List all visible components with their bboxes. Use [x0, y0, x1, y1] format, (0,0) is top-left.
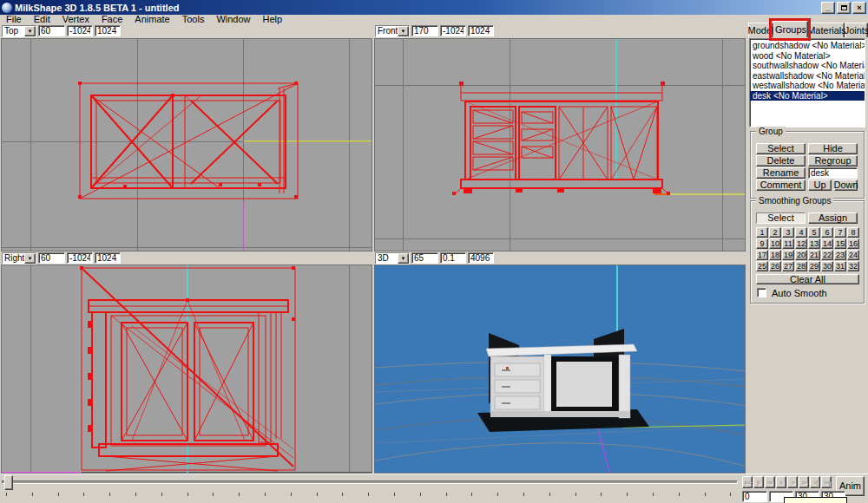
persp-viewport-canvas[interactable]: [374, 265, 746, 474]
smoothing-group-button[interactable]: 24: [847, 250, 859, 260]
smoothing-group-button[interactable]: 6: [821, 227, 833, 238]
top-near-field[interactable]: [67, 25, 93, 36]
chevron-down-icon[interactable]: ▼: [398, 253, 409, 264]
top-view-mode-dropdown[interactable]: Top ▼: [2, 25, 36, 37]
smoothing-group-button[interactable]: 1: [756, 227, 768, 238]
persp-view-mode-dropdown[interactable]: 3D ▼: [375, 252, 410, 265]
top-zoom-field[interactable]: [38, 25, 65, 36]
front-near-field[interactable]: [440, 25, 466, 36]
chevron-down-icon[interactable]: ▼: [398, 26, 409, 36]
smoothing-group-button[interactable]: 30: [821, 261, 833, 271]
restore-button[interactable]: [837, 2, 851, 14]
smoothing-group-button[interactable]: 28: [795, 261, 807, 271]
list-item[interactable]: westwallshadow <No Material>: [750, 81, 865, 91]
right-view-mode-dropdown[interactable]: Right ▼: [2, 252, 36, 265]
rename-input[interactable]: [808, 167, 858, 179]
right-near-field[interactable]: [67, 252, 93, 264]
tab-joints[interactable]: Joints: [845, 23, 868, 37]
tab-groups[interactable]: Groups: [773, 21, 808, 37]
smoothing-group-button[interactable]: 16: [847, 238, 859, 249]
persp-near-field[interactable]: [440, 252, 466, 264]
go-last-frame-button[interactable]: >>|: [821, 476, 832, 488]
prev-keyframe-button[interactable]: |<: [753, 476, 764, 488]
step-forward-button[interactable]: >: [787, 476, 798, 488]
top-viewport-canvas[interactable]: [1, 38, 372, 252]
right-viewport-canvas[interactable]: [1, 265, 372, 474]
right-zoom-field[interactable]: [38, 252, 65, 264]
chevron-down-icon[interactable]: ▼: [24, 253, 36, 264]
top-far-field[interactable]: [95, 25, 121, 36]
smoothing-group-button[interactable]: 29: [808, 261, 820, 271]
smoothing-group-button[interactable]: 3: [782, 227, 794, 238]
front-viewport-canvas[interactable]: [374, 38, 746, 252]
list-item[interactable]: eastwallshadow <No Material>: [750, 71, 865, 82]
delete-button[interactable]: Delete: [756, 155, 806, 167]
smoothing-group-button[interactable]: 17: [756, 250, 768, 260]
timeline-thumb[interactable]: [4, 475, 13, 490]
menu-face[interactable]: Face: [95, 15, 128, 24]
menu-file[interactable]: File: [0, 15, 28, 24]
comment-button[interactable]: Comment: [756, 180, 806, 191]
smoothing-group-button[interactable]: 20: [795, 250, 807, 260]
chevron-down-icon[interactable]: ▼: [24, 26, 36, 36]
smoothing-group-button[interactable]: 13: [808, 238, 820, 249]
smoothing-group-button[interactable]: 2: [769, 227, 781, 238]
smoothing-group-button[interactable]: 19: [782, 250, 794, 260]
smoothing-group-button[interactable]: 31: [834, 261, 846, 271]
list-item-selected[interactable]: desk <No Material>: [750, 91, 865, 101]
smoothing-group-button[interactable]: 15: [834, 238, 846, 249]
play-button[interactable]: >>: [799, 476, 809, 488]
minimize-button[interactable]: _: [821, 2, 835, 14]
select-button[interactable]: Select: [756, 143, 806, 154]
smoothing-group-button[interactable]: 4: [795, 227, 807, 238]
smoothing-group-button[interactable]: 9: [756, 238, 768, 249]
rewind-button[interactable]: <<: [765, 476, 775, 488]
smoothing-group-button[interactable]: 22: [821, 250, 833, 260]
regroup-button[interactable]: Regroup: [808, 155, 858, 167]
step-back-button[interactable]: <: [776, 476, 786, 488]
groups-listbox[interactable]: groundshadow <No Material> wood <No Mate…: [749, 38, 865, 127]
menu-tools[interactable]: Tools: [176, 15, 211, 24]
rename-button[interactable]: Rename: [756, 167, 806, 179]
list-item[interactable]: southwallshadow <No Material>: [750, 61, 865, 71]
menu-help[interactable]: Help: [257, 15, 289, 24]
smoothing-assign-button[interactable]: Assign: [808, 212, 858, 224]
smoothing-group-button[interactable]: 32: [847, 261, 859, 271]
up-button[interactable]: Up: [808, 180, 832, 191]
smoothing-group-button[interactable]: 23: [834, 250, 846, 260]
menu-window[interactable]: Window: [210, 15, 256, 24]
front-zoom-field[interactable]: [411, 25, 438, 36]
smoothing-group-button[interactable]: 10: [769, 238, 781, 249]
smoothing-group-button[interactable]: 7: [834, 227, 846, 238]
smoothing-group-button[interactable]: 8: [847, 227, 859, 238]
next-keyframe-button[interactable]: >|: [810, 476, 820, 488]
menu-edit[interactable]: Edit: [28, 15, 56, 24]
menu-vertex[interactable]: Vertex: [56, 15, 95, 24]
down-button[interactable]: Down: [834, 180, 858, 191]
smoothing-group-button[interactable]: 21: [808, 250, 820, 260]
menu-animate[interactable]: Animate: [128, 15, 175, 24]
auto-smooth-checkbox[interactable]: [757, 288, 766, 297]
timeline-track[interactable]: [2, 480, 738, 484]
tab-materials[interactable]: Materials: [809, 23, 845, 37]
persp-fov-field[interactable]: [411, 252, 438, 264]
list-item[interactable]: wood <No Material>: [750, 51, 865, 62]
clear-all-button[interactable]: Clear All: [756, 274, 859, 284]
current-frame-field[interactable]: [742, 491, 767, 502]
front-far-field[interactable]: [468, 25, 494, 36]
tab-model[interactable]: Model: [748, 23, 773, 37]
smoothing-group-button[interactable]: 11: [782, 238, 794, 249]
smoothing-group-button[interactable]: 12: [795, 238, 807, 249]
go-first-frame-button[interactable]: |<<: [742, 476, 753, 488]
front-view-mode-dropdown[interactable]: Front ▼: [375, 25, 410, 37]
smoothing-group-button[interactable]: 18: [769, 250, 781, 260]
smoothing-group-button[interactable]: 5: [808, 227, 820, 238]
smoothing-group-button[interactable]: 26: [769, 261, 781, 271]
right-far-field[interactable]: [95, 252, 121, 264]
smoothing-group-button[interactable]: 27: [782, 261, 794, 271]
list-item[interactable]: groundshadow <No Material>: [750, 41, 865, 51]
smoothing-group-button[interactable]: 14: [821, 238, 833, 249]
close-button[interactable]: ×: [852, 2, 866, 14]
hide-button[interactable]: Hide: [808, 143, 858, 154]
persp-far-field[interactable]: [468, 252, 494, 264]
